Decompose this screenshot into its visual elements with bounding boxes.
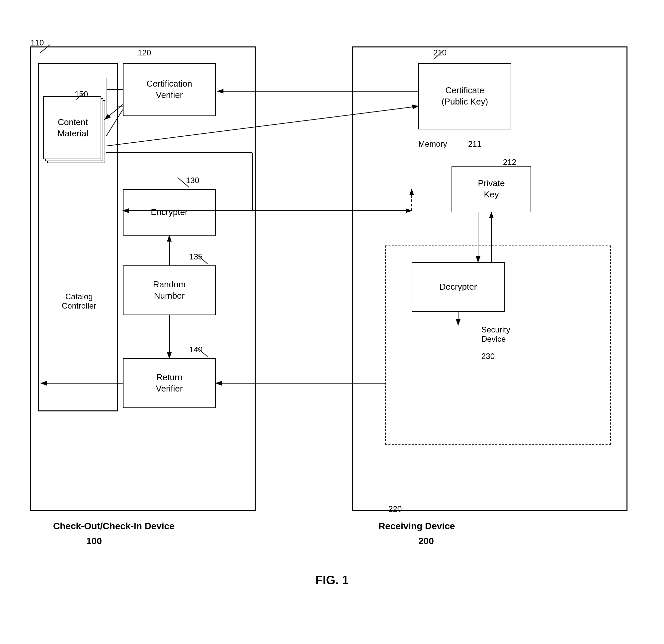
ref-230: 230 <box>481 352 495 361</box>
ref-110: 110 <box>30 38 44 47</box>
figure-label: FIG. 1 <box>315 573 349 587</box>
encrypter-label: Encrypter <box>151 207 188 218</box>
ref-135: 135 <box>189 252 203 261</box>
ref-140: 140 <box>189 345 203 355</box>
catalog-controller-label: CatalogController <box>46 292 112 310</box>
ref-150: 150 <box>75 90 88 99</box>
private-key-box: PrivateKey <box>452 166 531 212</box>
ref-220: 220 <box>389 504 402 514</box>
diagram-container: 110 ContentMaterial 150 CatalogControlle… <box>20 20 644 601</box>
ref-130: 130 <box>186 176 199 185</box>
certification-verifier-box: CertificationVerifier <box>123 63 216 116</box>
certificate-label: Certificate(Public Key) <box>441 85 488 107</box>
memory-label: Memory <box>418 139 447 149</box>
security-device-label: SecurityDevice <box>481 325 510 344</box>
receiving-device-label: Receiving Device <box>378 521 455 532</box>
ref-120: 120 <box>138 48 151 58</box>
decrypter-label: Decrypter <box>440 281 477 293</box>
return-verifier-label: ReturnVerifier <box>156 372 183 394</box>
random-number-label: RandomNumber <box>153 279 186 302</box>
certificate-box: Certificate(Public Key) <box>418 63 511 129</box>
ref-211: 211 <box>468 139 481 149</box>
decrypter-box: Decrypter <box>412 262 505 312</box>
random-number-box: RandomNumber <box>123 265 216 315</box>
encrypter-box: Encrypter <box>123 189 216 236</box>
return-verifier-box: ReturnVerifier <box>123 358 216 408</box>
checkout-device-label: Check-Out/Check-In Device <box>53 521 174 532</box>
checkout-device-number: 100 <box>86 536 102 546</box>
content-page-front: ContentMaterial <box>43 96 101 159</box>
certification-verifier-label: CertificationVerifier <box>146 78 192 101</box>
content-material-label: ContentMaterial <box>44 117 102 139</box>
private-key-label: PrivateKey <box>478 178 505 200</box>
receiving-device-number: 200 <box>418 536 434 546</box>
ref-212: 212 <box>503 157 516 167</box>
ref-210: 210 <box>433 48 447 58</box>
